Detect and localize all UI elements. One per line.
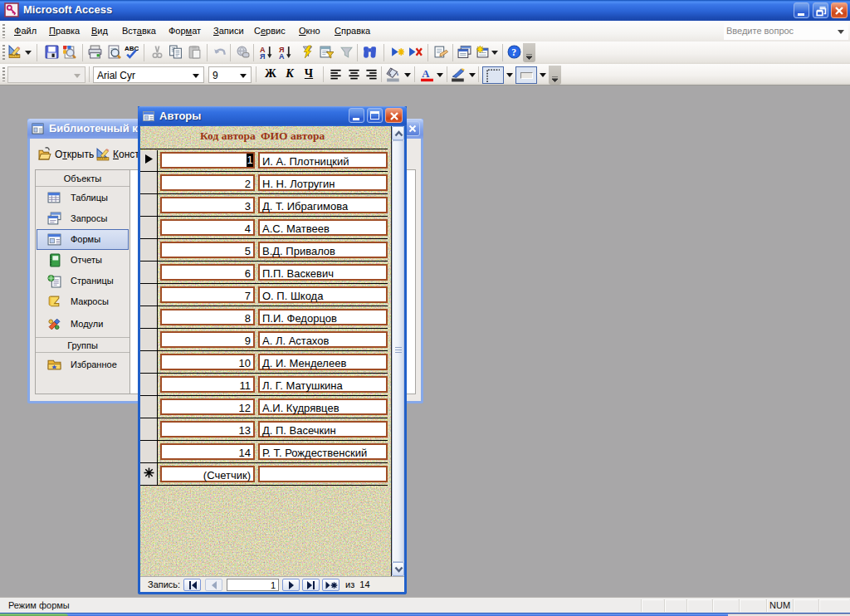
svg-text:ABC: ABC: [125, 45, 139, 52]
svg-text:?: ?: [511, 47, 516, 58]
svg-text:Я: Я: [260, 52, 265, 59]
svg-text:A: A: [422, 68, 430, 80]
svg-text:А: А: [279, 52, 285, 59]
